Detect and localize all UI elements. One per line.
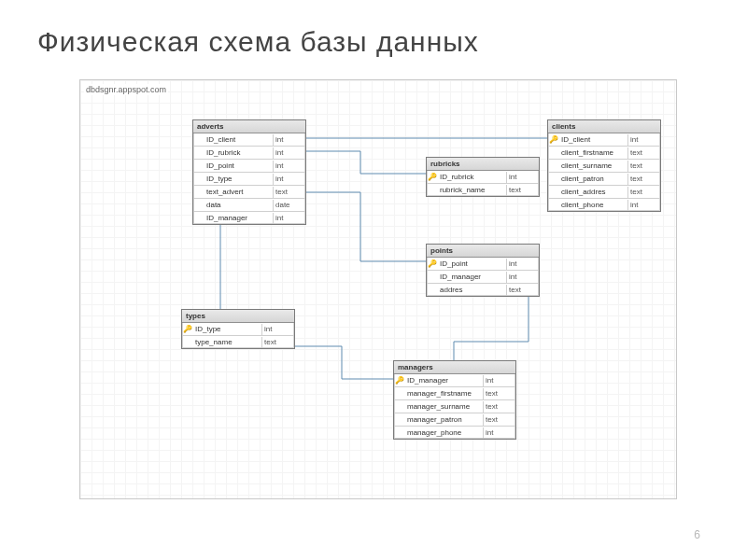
table-points[interactable]: points🔑ID_pointintID_managerintaddrestex… — [426, 244, 540, 297]
key-icon: 🔑 — [182, 324, 193, 335]
key-icon: 🔑 — [427, 259, 438, 270]
column-name: type_name — [193, 337, 261, 348]
table-header[interactable]: clients — [548, 120, 660, 133]
column-name: ID_point — [438, 259, 506, 270]
column-type: text — [483, 414, 515, 426]
column-name: ID_type — [193, 324, 261, 335]
table-row[interactable]: manager_patrontext — [394, 413, 515, 427]
table-header[interactable]: points — [427, 245, 539, 258]
column-type: text — [506, 285, 539, 296]
relation-line — [304, 151, 426, 174]
table-row[interactable]: ID_pointint — [193, 160, 305, 173]
key-icon: 🔑 — [548, 134, 559, 146]
table-row[interactable]: 🔑ID_pointint — [427, 258, 539, 271]
column-name: ID_rubrick — [204, 147, 273, 159]
column-type: int — [506, 272, 539, 283]
page-title: Физическая схема базы данных — [37, 26, 479, 58]
column-type: int — [261, 324, 294, 335]
table-row[interactable]: rubrick_nametext — [427, 184, 539, 196]
column-name: ID_client — [204, 134, 273, 146]
column-name: manager_patron — [405, 414, 483, 426]
column-type: text — [483, 388, 515, 399]
column-type: int — [273, 147, 305, 159]
column-name: data — [204, 200, 273, 211]
column-type: int — [483, 375, 515, 386]
table-row[interactable]: manager_surnametext — [394, 400, 515, 413]
table-row[interactable]: client_firstnametext — [548, 147, 660, 160]
column-name: ID_type — [204, 174, 273, 185]
column-type: int — [483, 427, 515, 439]
column-name: ID_client — [559, 134, 627, 146]
table-row[interactable]: 🔑ID_managerint — [394, 374, 515, 387]
table-row[interactable]: client_phoneint — [548, 199, 660, 211]
table-row[interactable]: 🔑ID_typeint — [182, 323, 294, 336]
column-type: int — [273, 134, 305, 146]
column-name: client_firstname — [559, 147, 627, 159]
table-row[interactable]: ID_rubrickint — [193, 147, 305, 160]
column-type: text — [506, 185, 539, 196]
key-icon: 🔑 — [394, 375, 405, 386]
table-row[interactable]: 🔑ID_rubrickint — [427, 171, 539, 184]
table-row[interactable]: ID_managerint — [193, 212, 305, 224]
table-header[interactable]: rubricks — [427, 158, 539, 171]
column-name: ID_manager — [405, 375, 483, 386]
column-type: int — [506, 259, 539, 270]
column-type: int — [273, 213, 305, 224]
column-name: client_addres — [559, 187, 627, 198]
column-type: text — [627, 147, 660, 159]
table-header[interactable]: types — [182, 310, 294, 323]
column-name: ID_manager — [438, 272, 506, 283]
table-row[interactable]: manager_phoneint — [394, 427, 515, 439]
table-managers[interactable]: managers🔑ID_managerintmanager_firstnamet… — [393, 360, 516, 440]
table-row[interactable]: 🔑ID_clientint — [548, 133, 660, 147]
table-rubricks[interactable]: rubricks🔑ID_rubrickintrubrick_nametext — [426, 157, 540, 197]
table-row[interactable]: client_surnametext — [548, 160, 660, 173]
column-type: int — [273, 161, 305, 172]
table-row[interactable]: client_addrestext — [548, 186, 660, 199]
column-type: text — [627, 174, 660, 185]
table-adverts[interactable]: advertsID_clientintID_rubrickintID_point… — [192, 119, 306, 225]
column-type: int — [506, 172, 539, 183]
table-clients[interactable]: clients🔑ID_clientintclient_firstnametext… — [547, 119, 661, 212]
column-name: addres — [438, 285, 506, 296]
table-types[interactable]: types🔑ID_typeinttype_nametext — [181, 309, 295, 349]
column-type: int — [627, 134, 660, 146]
table-header[interactable]: adverts — [193, 120, 305, 133]
column-name: manager_firstname — [405, 388, 483, 399]
table-row[interactable]: datadate — [193, 199, 305, 212]
column-type: text — [273, 187, 305, 198]
table-row[interactable]: ID_clientint — [193, 133, 305, 147]
column-type: int — [273, 174, 305, 185]
column-type: text — [483, 401, 515, 413]
column-type: text — [261, 337, 294, 348]
table-row[interactable]: client_patrontext — [548, 173, 660, 186]
column-name: ID_point — [204, 161, 273, 172]
page-number: 6 — [694, 528, 700, 541]
column-name: client_surname — [559, 161, 627, 172]
diagram-canvas: dbdsgnr.appspot.com advertsID_clientintI… — [79, 79, 677, 499]
watermark-label: dbdsgnr.appspot.com — [84, 84, 168, 95]
table-header[interactable]: managers — [394, 361, 515, 374]
column-name: client_phone — [559, 200, 627, 211]
slide: Физическая схема базы данных dbdsgnr.app… — [0, 0, 747, 560]
column-name: manager_phone — [405, 427, 483, 439]
column-type: text — [627, 187, 660, 198]
column-type: int — [627, 200, 660, 211]
table-row[interactable]: manager_firstnametext — [394, 387, 515, 400]
table-row[interactable]: text_adverttext — [193, 186, 305, 199]
column-name: client_patron — [559, 174, 627, 185]
column-name: text_advert — [204, 187, 273, 198]
relation-line — [454, 290, 529, 360]
table-row[interactable]: ID_typeint — [193, 173, 305, 186]
table-row[interactable]: type_nametext — [182, 336, 294, 348]
column-name: ID_manager — [204, 213, 273, 224]
column-type: text — [627, 161, 660, 172]
column-name: manager_surname — [405, 401, 483, 413]
relation-line — [293, 346, 393, 379]
key-icon: 🔑 — [427, 172, 438, 183]
table-row[interactable]: addrestext — [427, 284, 539, 296]
table-row[interactable]: ID_managerint — [427, 271, 539, 284]
column-name: rubrick_name — [438, 185, 506, 196]
relation-line — [304, 192, 426, 261]
column-type: date — [273, 200, 305, 211]
